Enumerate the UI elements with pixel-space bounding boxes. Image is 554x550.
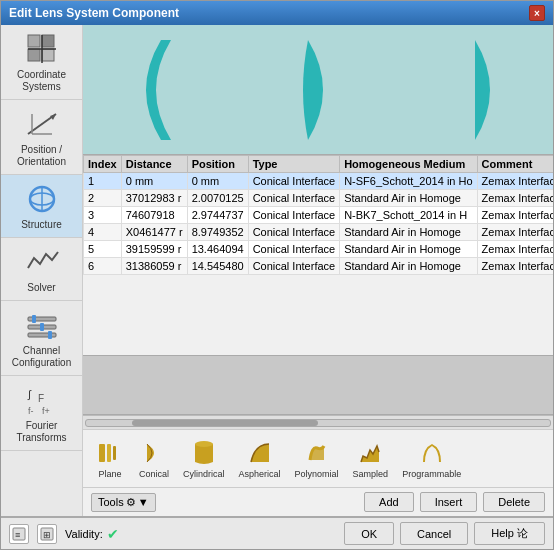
fourier-icon: ∫ F f- f+ (24, 382, 60, 418)
tools-dropdown-icon: ▼ (138, 496, 149, 508)
cell-distance: 37012983 r (121, 190, 187, 207)
icon-conical[interactable]: Conical (135, 436, 173, 481)
svg-text:⊞: ⊞ (43, 530, 51, 540)
svg-rect-25 (107, 444, 111, 462)
svg-text:f+: f+ (42, 406, 50, 416)
close-button[interactable]: × (529, 5, 545, 21)
cell-comment: Zemax Interface (477, 258, 553, 275)
svg-rect-18 (48, 331, 52, 339)
position-orientation-icon (24, 106, 60, 142)
delete-button[interactable]: Delete (483, 492, 545, 512)
table-scroll[interactable]: Index Distance Position Type Homogeneous… (83, 155, 553, 355)
gray-spacer (83, 355, 553, 415)
programmable-icon (417, 438, 447, 468)
sidebar-item-position-orientation[interactable]: Position /Orientation (1, 100, 82, 175)
table-row[interactable]: 2 37012983 r 2.0070125 Conical Interface… (84, 190, 554, 207)
table-row[interactable]: 4 X0461477 r 8.9749352 Conical Interface… (84, 224, 554, 241)
cell-position: 8.9749352 (187, 224, 248, 241)
table-row[interactable]: 1 0 mm 0 mm Conical Interface N-SF6_Scho… (84, 173, 554, 190)
cell-type: Conical Interface (248, 258, 340, 275)
right-panel: Index Distance Position Type Homogeneous… (83, 25, 553, 516)
sidebar-label-structure: Structure (21, 219, 62, 231)
solver-icon (24, 244, 60, 280)
plane-icon (95, 438, 125, 468)
sidebar-item-structure[interactable]: Structure (1, 175, 82, 238)
svg-rect-16 (32, 315, 36, 323)
svg-text:∫: ∫ (27, 388, 32, 401)
cell-type: Conical Interface (248, 173, 340, 190)
cell-comment: Zemax Interface (477, 224, 553, 241)
cell-position: 2.9744737 (187, 207, 248, 224)
cell-position: 14.545480 (187, 258, 248, 275)
lens-preview-2 (278, 30, 358, 150)
table-row[interactable]: 6 31386059 r 14.545480 Conical Interface… (84, 258, 554, 275)
sidebar-label-position: Position /Orientation (17, 144, 66, 168)
icon-cylindrical[interactable]: Cylindrical (179, 436, 229, 481)
title-bar: Edit Lens System Component × (1, 1, 553, 25)
insert-button[interactable]: Insert (420, 492, 478, 512)
cell-type: Conical Interface (248, 224, 340, 241)
sidebar-label-fourier: FourierTransforms (16, 420, 66, 444)
cell-type: Conical Interface (248, 207, 340, 224)
svg-rect-26 (113, 446, 116, 460)
sidebar-item-coordinate-systems[interactable]: CoordinateSystems (1, 25, 82, 100)
conical-label: Conical (139, 469, 169, 479)
conical-icon (139, 438, 169, 468)
sidebar-item-solver[interactable]: Solver (1, 238, 82, 301)
table-row[interactable]: 5 39159599 r 13.464094 Conical Interface… (84, 241, 554, 258)
help-button[interactable]: Help 论 (474, 522, 545, 545)
icon-polynomial[interactable]: Polynomial (291, 436, 343, 481)
svg-text:f-: f- (28, 406, 34, 416)
cylindrical-icon (189, 438, 219, 468)
preview-area (83, 25, 553, 155)
icon-sampled[interactable]: Sampled (349, 436, 393, 481)
cell-position: 2.0070125 (187, 190, 248, 207)
col-comment: Comment (477, 156, 553, 173)
validity-label: Validity: (65, 528, 103, 540)
polynomial-icon (302, 438, 332, 468)
tools-button[interactable]: Tools ⚙ ▼ (91, 493, 156, 512)
svg-rect-2 (28, 49, 40, 61)
cell-medium: Standard Air in Homoge (340, 241, 477, 258)
cell-comment: Zemax Interface (477, 173, 553, 190)
cell-medium: Standard Air in Homoge (340, 224, 477, 241)
cell-medium: N-SF6_Schott_2014 in Ho (340, 173, 477, 190)
table-row[interactable]: 3 74607918 2.9744737 Conical Interface N… (84, 207, 554, 224)
polynomial-label: Polynomial (295, 469, 339, 479)
svg-text:≡: ≡ (15, 530, 20, 540)
sampled-icon (355, 438, 385, 468)
horizontal-scrollbar[interactable] (83, 415, 553, 429)
scrollbar-track[interactable] (85, 419, 551, 427)
cancel-button[interactable]: Cancel (400, 522, 468, 545)
validity-check-icon: ✔ (107, 526, 119, 542)
icon-aspherical[interactable]: Aspherical (235, 436, 285, 481)
footer-icon-1[interactable]: ≡ (9, 524, 29, 544)
cell-type: Conical Interface (248, 190, 340, 207)
scrollbar-thumb[interactable] (132, 420, 318, 426)
aspherical-label: Aspherical (239, 469, 281, 479)
icon-programmable[interactable]: Programmable (398, 436, 465, 481)
cell-comment: Zemax Interface (477, 207, 553, 224)
cell-index: 2 (84, 190, 122, 207)
lens-preview-3 (435, 30, 515, 150)
icon-plane[interactable]: Plane (91, 436, 129, 481)
footer-icon-2[interactable]: ⊞ (37, 524, 57, 544)
cell-comment: Zemax Interface (477, 241, 553, 258)
cell-type: Conical Interface (248, 241, 340, 258)
footer-buttons: OK Cancel Help 论 (344, 522, 545, 545)
cell-distance: 31386059 r (121, 258, 187, 275)
ok-button[interactable]: OK (344, 522, 394, 545)
cylindrical-label: Cylindrical (183, 469, 225, 479)
bottom-toolbar: Tools ⚙ ▼ Add Insert Delete (83, 487, 553, 516)
structure-icon (24, 181, 60, 217)
add-button[interactable]: Add (364, 492, 414, 512)
cell-index: 1 (84, 173, 122, 190)
cell-position: 13.464094 (187, 241, 248, 258)
tools-gear-icon: ⚙ (126, 496, 136, 509)
cell-distance: 74607918 (121, 207, 187, 224)
sidebar-item-fourier[interactable]: ∫ F f- f+ FourierTransforms (1, 376, 82, 451)
aspherical-icon (245, 438, 275, 468)
sidebar-label-solver: Solver (27, 282, 55, 294)
svg-text:F: F (38, 393, 44, 404)
sidebar-item-channel-config[interactable]: ChannelConfiguration (1, 301, 82, 376)
